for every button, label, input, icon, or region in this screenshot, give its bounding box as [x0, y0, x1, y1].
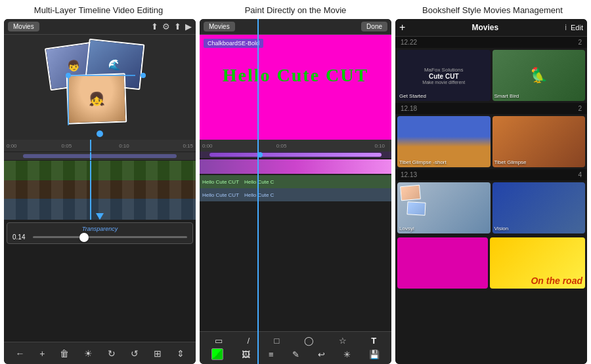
s2-text-1b: Hello Cute C [244, 179, 274, 185]
on-road-text: On the road [531, 276, 582, 286]
s3-thumb-cute-cut[interactable]: MaFox Solutions Cute CUT Make movie diff… [397, 50, 491, 101]
arrange-icon[interactable]: ⇕ [177, 348, 185, 359]
s2-undo2-icon[interactable]: ↩ [318, 350, 325, 359]
s3-thumb-vision[interactable]: Vision [492, 182, 586, 233]
s1-settings-icon[interactable]: ⚙ [162, 22, 170, 31]
transparency-value: 0.14 [12, 233, 29, 241]
s3-date-1222: 12.22 [401, 39, 417, 46]
screen3-header: Bookshelf Style Movies Management [394, 5, 591, 15]
s1-import-icon[interactable]: ⬆ [151, 22, 158, 31]
transparency-label: Transparency [12, 226, 187, 232]
s2-text-playhead-2 [257, 188, 259, 201]
selection-line-top [70, 75, 135, 76]
s2-movies-button[interactable]: Movies [204, 22, 235, 31]
s2-scrubber-range [209, 153, 382, 157]
s1-share-icon[interactable]: ⬆ [174, 22, 181, 31]
s2-done-button[interactable]: Done [361, 22, 387, 31]
s2-text-icon[interactable]: T [371, 336, 376, 346]
s3-section-bottom: On the road [395, 235, 587, 291]
s2-pink-track [200, 159, 391, 174]
photo-3: 👧 [66, 73, 127, 124]
track-1-bg [4, 161, 196, 180]
screen3: + Movies i Edit 12.22 2 MaFox Solu [395, 19, 587, 364]
s2-square-icon[interactable]: □ [274, 336, 280, 346]
s2-save-icon[interactable]: 💾 [369, 350, 380, 359]
delete-icon[interactable]: 🗑 [60, 348, 69, 359]
s3-edit-button[interactable]: Edit [571, 24, 583, 31]
s1-bottombar: ← + 🗑 ☀ ↻ ↺ ⊞ ⇕ [4, 342, 196, 364]
s2-brush-icon[interactable]: ✎ [292, 350, 299, 359]
s3-grid-1222: MaFox Solutions Cute CUT Make movie diff… [395, 48, 587, 103]
screen1: Movies ⬆ ⚙ ⬆ ▶ 👦 🌊 [4, 19, 196, 364]
s2-scrubber[interactable] [200, 152, 391, 158]
s3-topbar: + Movies i Edit [395, 19, 587, 37]
vision-label: Vision [494, 226, 509, 232]
scrubber[interactable] [4, 152, 196, 160]
s3-info-button[interactable]: i [565, 23, 567, 32]
s2-list-icon[interactable]: ≡ [269, 350, 274, 359]
s1-preview: 👦 🌊 👧 [4, 35, 196, 140]
redo-icon[interactable]: ↻ [108, 348, 116, 359]
transparency-slider[interactable] [33, 236, 187, 238]
screen2-header: Paint Directly on the Movie [197, 5, 394, 15]
slider-thumb[interactable] [79, 233, 89, 242]
selection-handle-tr[interactable] [141, 73, 146, 78]
lovsyl-photos [401, 186, 426, 215]
scrubber-range [23, 154, 177, 158]
tibet2-label: Tibet Glimpse [494, 159, 527, 165]
s2-font-label: ChalkboardSE-Bold [204, 39, 263, 48]
s2-sparkle-icon[interactable]: ✳ [343, 350, 351, 359]
transparency-panel: Transparency 0.14 [7, 222, 193, 244]
track-1 [4, 161, 196, 180]
s3-count-1213: 4 [578, 171, 582, 178]
s1-topbar: Movies ⬆ ⚙ ⬆ ▶ [4, 19, 196, 35]
s2-hello-text: Hello Cute CUT [200, 65, 391, 86]
s3-thumb-tibet2[interactable]: Tibet Glimpse [492, 116, 586, 167]
s1-movies-button[interactable]: Movies [8, 22, 39, 31]
s2-pen-icon[interactable]: / [247, 336, 250, 346]
s3-header-1222: 12.22 2 [395, 37, 587, 48]
s2-rect-icon[interactable]: ▭ [215, 336, 223, 346]
s3-thumb-lovsyl[interactable]: Lovsyl [397, 182, 491, 233]
back-icon[interactable]: ← [15, 348, 24, 359]
scrubber-playhead [90, 152, 91, 160]
s3-title: Movies [409, 23, 561, 32]
track-1-playhead [90, 161, 91, 180]
s3-thumb-smart-bird[interactable]: 🦜 Smart Bird [492, 50, 586, 101]
s2-topbar: Movies Done [200, 19, 391, 35]
s2-photo-icon[interactable]: 🖼 [242, 350, 250, 359]
s3-header-1218: 12.18 2 [395, 103, 587, 114]
s3-thumb-tibet1[interactable]: Tibet Glimpse -short [397, 116, 491, 167]
track-2-bg [4, 180, 196, 199]
s3-count-1218: 2 [578, 105, 582, 112]
s2-text-2a: Hello Cute CUT [202, 192, 239, 198]
screen1-header: Multi-Layer Timeline Video Editing [0, 5, 197, 15]
s3-thumb-magenta[interactable] [397, 237, 488, 289]
s2-oval-icon[interactable]: ◯ [304, 336, 314, 346]
photo-collage: 👦 🌊 👧 [41, 41, 159, 133]
grid-icon[interactable]: ⊞ [154, 348, 162, 359]
track-2-playhead [90, 180, 91, 199]
s1-play-icon[interactable]: ▶ [185, 22, 192, 31]
s3-grid-1218: Tibet Glimpse -short Tibet Glimpse [395, 114, 587, 169]
s2-text-track-2: Hello Cute CUT Hello Cute C [200, 188, 391, 201]
s2-timeline: 0:00 0:05 0:10 Hello Cute CUT [200, 140, 391, 331]
s2-color-swatch[interactable] [211, 348, 223, 360]
track-3-playhead [90, 199, 91, 220]
mini-photo-2 [406, 201, 426, 215]
s2-star-icon[interactable]: ☆ [339, 336, 347, 346]
s3-thumb-on-road[interactable]: On the road [490, 237, 586, 289]
add-icon[interactable]: + [39, 348, 45, 359]
smart-bird-label: Smart Bird [494, 93, 519, 99]
ruler-tick-3: 0:15 [183, 143, 193, 149]
s3-date-1213: 12.13 [401, 171, 417, 178]
s3-add-button[interactable]: + [399, 22, 405, 33]
s2-tick-2: 0:10 [374, 143, 385, 149]
s3-content: 12.22 2 MaFox Solutions Cute CUT Make mo… [395, 37, 587, 364]
ruler-tick-0: 0:00 [7, 143, 17, 149]
undo-icon[interactable]: ↺ [131, 348, 139, 359]
cute-cut-label: Get Started [399, 93, 426, 99]
tibet1-label: Tibet Glimpse -short [399, 159, 447, 165]
cute-cut-logo: MaFox Solutions Cute CUT Make movie diff… [422, 67, 465, 85]
brightness-icon[interactable]: ☀ [84, 348, 93, 359]
